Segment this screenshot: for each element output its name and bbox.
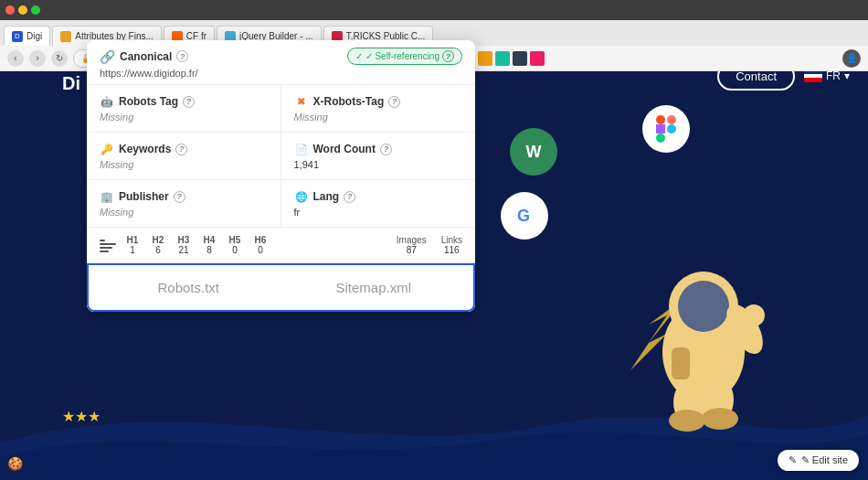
seo-popup-panel: 🔗 Canonical ? ✓ ✓ Self-referencing ? htt… — [87, 40, 475, 312]
keywords-header: 🔑 Keywords ? — [100, 142, 268, 156]
ext-icon-9[interactable] — [513, 51, 527, 66]
lang-label: FR — [826, 69, 841, 82]
svg-rect-3 — [656, 124, 665, 133]
sitemap-xml-button[interactable]: Sitemap.xml — [287, 274, 461, 301]
cookie-icon[interactable]: 🍪 — [7, 456, 23, 471]
profile-icons: 👤 — [842, 49, 861, 68]
browser-chrome — [0, 0, 868, 20]
canonical-header: 🔗 Canonical ? ✓ ✓ Self-referencing ? — [100, 48, 462, 65]
robots-row: 🤖 Robots Tag ? Missing ✖ X-Robots-Tag ? … — [87, 85, 475, 133]
publisher-value: Missing — [100, 207, 268, 218]
svg-point-2 — [667, 124, 676, 133]
canonical-icon: 🔗 — [100, 49, 115, 64]
images-label: Images — [397, 235, 427, 245]
word-count-help-icon[interactable]: ? — [380, 144, 392, 155]
images-stat: Images 87 — [397, 235, 427, 255]
word-count-value: 1,941 — [294, 159, 463, 170]
h6-count: 0 — [258, 245, 263, 255]
profile-icon[interactable]: 👤 — [842, 49, 861, 68]
links-stat: Links 116 — [441, 235, 462, 255]
x-robots-tag-value: Missing — [294, 112, 463, 123]
canonical-help-icon[interactable]: ? — [176, 50, 188, 62]
svg-rect-20 — [100, 247, 112, 249]
stars-rating: ★★★ — [62, 408, 101, 425]
robots-txt-button[interactable]: Robots.txt — [101, 274, 276, 301]
word-count-header: 📄 Word Count ? — [294, 142, 463, 156]
x-robots-tag-cell: ✖ X-Robots-Tag ? Missing — [281, 85, 476, 132]
edit-site-button[interactable]: ✎ ✎ Edit site — [778, 450, 859, 471]
h5-group: H5 0 — [226, 235, 244, 255]
svg-rect-0 — [656, 115, 665, 124]
h4-group: H4 8 — [200, 235, 218, 255]
x-robots-tag-help-icon[interactable]: ? — [388, 96, 400, 108]
robots-tag-value: Missing — [100, 112, 268, 123]
lang-label-cell: Lang — [313, 190, 340, 203]
reload-button[interactable]: ↻ — [51, 50, 68, 67]
ext-icon-7[interactable] — [478, 51, 492, 66]
edit-icon: ✎ — [789, 454, 797, 466]
publisher-icon: 🏢 — [100, 189, 114, 204]
keywords-row: 🔑 Keywords ? Missing 📄 Word Count ? 1,94… — [87, 133, 475, 180]
self-referencing-badge: ✓ ✓ Self-referencing ? — [347, 48, 462, 65]
publisher-row: 🏢 Publisher ? Missing 🌐 Lang ? fr — [87, 180, 475, 228]
keywords-icon: 🔑 — [100, 142, 114, 156]
keywords-label: Keywords — [119, 143, 171, 155]
lang-icon: 🌐 — [294, 189, 309, 204]
maximize-button[interactable] — [31, 5, 40, 15]
lang-help-icon[interactable]: ? — [344, 191, 355, 203]
h6-group: H6 0 — [251, 235, 270, 255]
robots-tag-label: Robots Tag — [119, 95, 178, 108]
h4-count: 8 — [206, 245, 212, 255]
h2-group: H2 6 — [149, 235, 167, 255]
svg-rect-18 — [100, 240, 105, 241]
h5-count: 0 — [232, 245, 238, 255]
forward-button[interactable]: › — [29, 50, 46, 67]
h1-label: H1 — [127, 235, 139, 245]
keywords-help-icon[interactable]: ? — [175, 144, 187, 155]
ext-icon-10[interactable] — [530, 51, 545, 66]
tab-label: Digi — [26, 31, 42, 41]
site-logo: Di — [62, 73, 80, 94]
robots-tag-cell: 🤖 Robots Tag ? Missing — [87, 85, 281, 132]
minimize-button[interactable] — [18, 5, 27, 15]
svg-point-16 — [702, 408, 738, 430]
robot-icon: 🤖 — [100, 94, 114, 109]
google-icon: G — [501, 192, 548, 240]
h2-label: H2 — [153, 235, 164, 245]
checkmark-icon: ✓ — [355, 51, 363, 61]
publisher-label: Publisher — [119, 190, 169, 203]
publisher-header: 🏢 Publisher ? — [100, 189, 268, 204]
word-count-label: Word Count — [313, 143, 376, 155]
canonical-section: 🔗 Canonical ? ✓ ✓ Self-referencing ? htt… — [87, 40, 475, 85]
x-robot-icon: ✖ — [294, 94, 309, 109]
h4-label: H4 — [204, 235, 216, 245]
canonical-title: 🔗 Canonical ? — [100, 49, 188, 64]
close-button[interactable] — [5, 5, 15, 15]
word-count-icon: 📄 — [294, 142, 309, 156]
svg-rect-4 — [656, 133, 665, 143]
robots-tag-help-icon[interactable]: ? — [183, 96, 195, 108]
flag-icon — [804, 69, 822, 82]
webflow-icon: W — [510, 128, 557, 176]
h2-count: 6 — [155, 245, 161, 255]
lang-selector[interactable]: FR ▾ — [804, 69, 850, 82]
edit-site-label: ✎ Edit site — [801, 454, 848, 466]
svg-rect-17 — [672, 347, 690, 379]
keywords-value: Missing — [100, 159, 268, 170]
back-button[interactable]: ‹ — [7, 50, 24, 67]
publisher-help-icon[interactable]: ? — [174, 191, 185, 203]
keywords-cell: 🔑 Keywords ? Missing — [87, 133, 281, 179]
badge-help-icon[interactable]: ? — [442, 50, 454, 62]
x-robots-tag-label: X-Robots-Tag — [313, 95, 385, 108]
tab-digidop[interactable]: D Digi — [4, 26, 50, 46]
ext-icon-8[interactable] — [495, 51, 510, 66]
svg-point-10 — [678, 281, 729, 332]
svg-rect-19 — [100, 243, 116, 245]
lang-value: fr — [294, 207, 463, 218]
h3-count: 21 — [178, 245, 188, 255]
svg-rect-21 — [100, 251, 109, 252]
x-robots-tag-header: ✖ X-Robots-Tag ? — [294, 94, 463, 109]
word-count-cell: 📄 Word Count ? 1,941 — [281, 133, 476, 179]
h1-group: H1 1 — [123, 235, 142, 255]
h5-label: H5 — [229, 235, 241, 245]
